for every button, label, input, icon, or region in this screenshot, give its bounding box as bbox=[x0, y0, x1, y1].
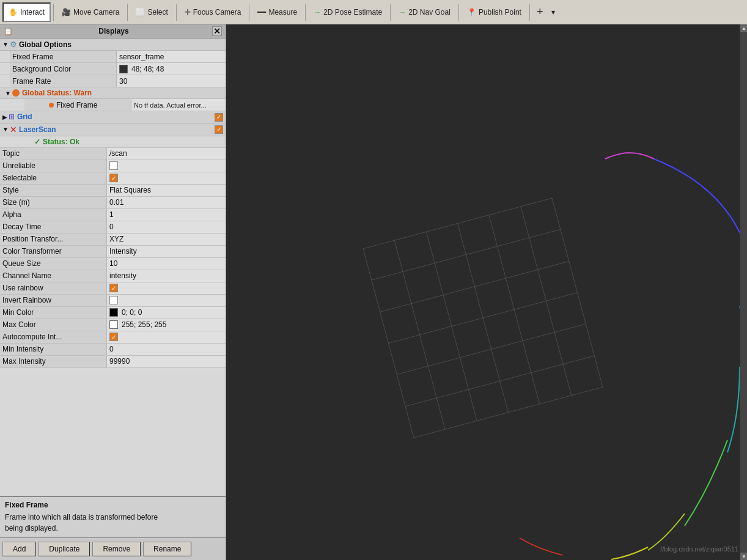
svg-rect-0 bbox=[226, 24, 740, 560]
checkmark-icon: ✓ bbox=[34, 138, 40, 146]
move-camera-button[interactable]: 🎥 Move Camera bbox=[56, 2, 125, 22]
grid-header[interactable]: ▶ ⊞ Grid bbox=[0, 111, 226, 123]
queue-size-value[interactable]: 10 bbox=[107, 258, 226, 270]
grid-arrow: ▶ bbox=[2, 114, 7, 120]
autocompute-checkbox[interactable] bbox=[109, 333, 118, 341]
use-rainbow-checkbox[interactable] bbox=[109, 284, 118, 292]
invert-rainbow-label: Invert Rainbow bbox=[0, 295, 107, 306]
focus-camera-icon: ✛ bbox=[185, 8, 191, 17]
position-transform-value[interactable]: XYZ bbox=[107, 234, 226, 245]
frame-rate-label: Frame Rate bbox=[10, 75, 117, 87]
decay-time-label: Decay Time bbox=[0, 221, 107, 233]
background-color-value[interactable]: 48; 48; 48 bbox=[117, 63, 226, 75]
displays-close-button[interactable]: ✕ bbox=[212, 26, 222, 36]
displays-title: Displays bbox=[98, 27, 128, 35]
global-status-arrow: ▼ bbox=[5, 90, 11, 97]
min-color-swatch bbox=[109, 308, 118, 317]
scroll-down-arrow[interactable]: ▼ bbox=[740, 553, 747, 560]
displays-icon: 📋 bbox=[4, 27, 13, 35]
rename-button[interactable]: Rename bbox=[143, 542, 191, 556]
max-color-label: Max Color bbox=[0, 319, 107, 331]
publish-icon: 📍 bbox=[467, 8, 476, 17]
queue-size-label: Queue Size bbox=[0, 258, 107, 270]
topic-value[interactable]: /scan bbox=[107, 148, 226, 160]
2d-nav-label: 2D Nav Goal bbox=[408, 8, 451, 17]
use-rainbow-value[interactable] bbox=[107, 282, 226, 294]
max-intensity-value[interactable]: 99990 bbox=[107, 356, 226, 367]
size-value[interactable]: 0.01 bbox=[107, 197, 226, 208]
laserscan-label: LaserScan bbox=[19, 125, 56, 134]
duplicate-button[interactable]: Duplicate bbox=[39, 542, 90, 556]
2d-pose-button[interactable]: → 2D Pose Estimate bbox=[308, 2, 388, 22]
unreliable-row: Unreliable bbox=[0, 160, 226, 172]
grid-checkbox-container bbox=[215, 112, 223, 122]
min-color-value[interactable]: 0; 0; 0 bbox=[107, 307, 226, 319]
visualization bbox=[226, 24, 740, 560]
focus-camera-button[interactable]: ✛ Focus Camera bbox=[179, 2, 247, 22]
scroll-up-arrow[interactable]: ▲ bbox=[740, 24, 747, 32]
invert-rainbow-checkbox[interactable] bbox=[109, 296, 118, 304]
interact-label: Interact bbox=[20, 8, 45, 17]
min-color-row: Min Color 0; 0; 0 bbox=[0, 307, 226, 319]
autocompute-value[interactable] bbox=[107, 331, 226, 343]
selectable-value[interactable] bbox=[107, 172, 226, 184]
channel-name-label: Channel Name bbox=[0, 270, 107, 282]
position-transform-row: Position Transfor... XYZ bbox=[0, 234, 226, 246]
publish-label: Publish Point bbox=[479, 8, 521, 17]
grid-checkbox[interactable] bbox=[215, 113, 223, 122]
laserscan-checkbox[interactable] bbox=[215, 125, 223, 134]
warn-icon bbox=[12, 89, 20, 97]
color-transformer-value[interactable]: Intensity bbox=[107, 246, 226, 257]
laserscan-header[interactable]: ▼ ✕ LaserScan bbox=[0, 123, 226, 136]
interact-button[interactable]: ✋ Interact bbox=[2, 2, 51, 22]
separator-4 bbox=[249, 4, 249, 21]
laserscan-checkbox-container bbox=[215, 125, 223, 134]
select-button[interactable]: ⬜ Select bbox=[130, 2, 173, 22]
fixed-frame-label: Fixed Frame bbox=[10, 51, 117, 62]
fixed-frame-warn-row: Fixed Frame No tf data. Actual error... bbox=[0, 99, 226, 111]
tree-area[interactable]: ▼ ⚙ Global Options Fixed Frame sensor_fr… bbox=[0, 39, 226, 496]
remove-button[interactable]: Remove bbox=[92, 542, 141, 556]
invert-rainbow-value[interactable] bbox=[107, 295, 226, 306]
toolbar-dropdown[interactable]: ▾ bbox=[548, 2, 558, 22]
channel-name-value[interactable]: intensity bbox=[107, 270, 226, 282]
fixed-frame-value[interactable]: sensor_frame bbox=[117, 51, 226, 62]
move-camera-label: Move Camera bbox=[73, 8, 119, 17]
max-color-value[interactable]: 255; 255; 255 bbox=[107, 319, 226, 331]
select-label: Select bbox=[147, 8, 167, 17]
2d-pose-label: 2D Pose Estimate bbox=[323, 8, 382, 17]
unreliable-label: Unreliable bbox=[0, 160, 107, 172]
min-intensity-value[interactable]: 0 bbox=[107, 344, 226, 355]
decay-time-row: Decay Time 0 bbox=[0, 221, 226, 234]
separator-1 bbox=[53, 4, 54, 21]
channel-name-row: Channel Name intensity bbox=[0, 270, 226, 282]
style-value[interactable]: Flat Squares bbox=[107, 185, 226, 196]
measure-button[interactable]: ━━ Measure bbox=[252, 2, 303, 22]
fixed-frame-warn-label: Fixed Frame bbox=[24, 99, 131, 111]
frame-rate-value[interactable]: 30 bbox=[117, 75, 226, 87]
add-toolbar-button[interactable]: + bbox=[532, 2, 548, 22]
info-area: Fixed Frame Frame into which all data is… bbox=[0, 496, 226, 537]
separator-3 bbox=[176, 4, 177, 21]
add-button[interactable]: Add bbox=[2, 542, 36, 556]
canvas-area[interactable]: ◀ bbox=[226, 24, 747, 560]
unreliable-value[interactable] bbox=[107, 160, 226, 172]
global-status-label: Global Status: Warn bbox=[22, 89, 92, 97]
right-scrollbar[interactable]: ▲ ▼ bbox=[740, 24, 747, 560]
2d-nav-button[interactable]: → 2D Nav Goal bbox=[393, 2, 456, 22]
unreliable-checkbox[interactable] bbox=[109, 161, 118, 170]
global-status-header[interactable]: ▼ Global Status: Warn bbox=[0, 87, 226, 99]
status-ok-label: Status: Ok bbox=[43, 138, 79, 146]
decay-time-value[interactable]: 0 bbox=[107, 221, 226, 233]
autocompute-label: Autocompute Int... bbox=[0, 331, 107, 343]
publish-point-button[interactable]: 📍 Publish Point bbox=[462, 2, 527, 22]
interact-icon: ✋ bbox=[9, 8, 18, 17]
laserscan-arrow: ▼ bbox=[2, 126, 9, 133]
selectable-checkbox[interactable] bbox=[109, 174, 118, 182]
status-ok-content: ✓ Status: Ok bbox=[17, 138, 226, 146]
separator-7 bbox=[458, 4, 459, 21]
topic-row: Topic /scan bbox=[0, 148, 226, 160]
grid-label: Grid bbox=[17, 112, 32, 121]
global-options-header[interactable]: ▼ ⚙ Global Options bbox=[0, 39, 226, 51]
alpha-value[interactable]: 1 bbox=[107, 209, 226, 221]
